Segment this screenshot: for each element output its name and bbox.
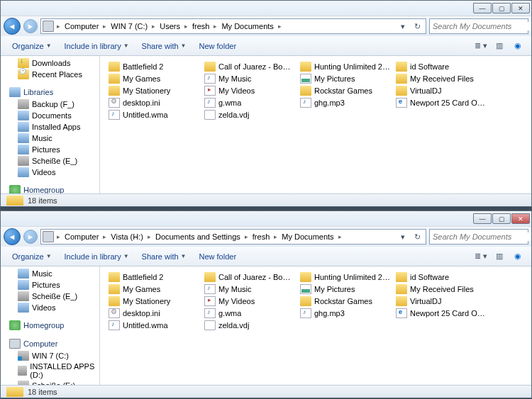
organize-menu[interactable]: Organize▼	[6, 250, 57, 263]
file-item[interactable]: ghg.mp3	[297, 96, 393, 108]
search-box[interactable]: 🔍	[429, 229, 528, 245]
forward-button[interactable]: ►	[23, 19, 38, 33]
back-button[interactable]: ◄	[4, 18, 21, 35]
file-item[interactable]: zelda.vdj	[201, 108, 297, 120]
sidebar-item[interactable]: Videos	[1, 302, 99, 313]
file-item[interactable]: desktop.ini	[106, 96, 201, 108]
search-box[interactable]: 🔍	[429, 18, 528, 34]
breadcrumb-segment[interactable]: Computer	[62, 230, 101, 244]
file-item[interactable]: id Software	[393, 60, 489, 72]
sidebar-item[interactable]: Installed Apps	[1, 121, 99, 133]
file-item[interactable]: My Stationery	[106, 295, 201, 307]
file-item[interactable]: My Games	[106, 72, 201, 84]
file-item[interactable]: My Videos	[201, 295, 297, 307]
file-item[interactable]: Rockstar Games	[297, 295, 393, 307]
file-item[interactable]: My Stationery	[106, 84, 201, 96]
breadcrumb-segment[interactable]: Computer	[62, 19, 101, 33]
sidebar-group-homegroup[interactable]: Homegroup	[1, 184, 99, 193]
navigation-pane[interactable]: MusicPicturesScheiße (E_)VideosHomegroup…	[1, 266, 100, 385]
file-item[interactable]: Newport 25 Card Order Form.htm	[393, 96, 489, 108]
file-item[interactable]: Newport 25 Card Order Form.htm	[393, 307, 489, 319]
file-item[interactable]: Untitled.wma	[106, 319, 201, 331]
file-item[interactable]: Call of Juarez - Bound in Blood	[201, 60, 297, 72]
chevron-right-icon[interactable]: ▸	[272, 233, 279, 240]
file-item[interactable]: Hunting Unlimited 2010	[297, 271, 393, 283]
chevron-right-icon[interactable]: ▸	[55, 233, 62, 240]
sidebar-item[interactable]: Documents	[1, 110, 99, 121]
minimize-button[interactable]: —	[473, 213, 492, 224]
titlebar[interactable]: — ▢ ✕	[1, 211, 531, 227]
chevron-right-icon[interactable]: ▸	[55, 23, 62, 30]
file-item[interactable]: g.wma	[201, 96, 297, 108]
file-item[interactable]: Battlefield 2	[106, 60, 201, 72]
address-dropdown-icon[interactable]: ▾	[396, 232, 410, 242]
breadcrumb-segment[interactable]: Documents and Settings	[153, 230, 243, 244]
chevron-right-icon[interactable]: ▸	[212, 23, 218, 30]
chevron-right-icon[interactable]: ▸	[146, 233, 153, 240]
chevron-right-icon[interactable]: ▸	[101, 23, 108, 30]
file-item[interactable]: My Received Files	[393, 283, 489, 295]
refresh-button[interactable]: ↻	[410, 22, 424, 31]
file-item[interactable]: id Software	[393, 271, 489, 283]
sidebar-item[interactable]: Videos	[1, 167, 99, 178]
breadcrumb-segment[interactable]: fresh	[250, 230, 272, 244]
file-item[interactable]: My Music	[201, 72, 297, 84]
help-button[interactable]: ◉	[510, 249, 526, 264]
help-button[interactable]: ◉	[510, 39, 526, 53]
forward-button[interactable]: ►	[23, 230, 38, 244]
search-input[interactable]	[433, 232, 531, 241]
sidebar-group-computer[interactable]: Computer	[1, 337, 99, 350]
breadcrumb-segment[interactable]: My Documents	[218, 19, 276, 33]
refresh-button[interactable]: ↻	[410, 232, 424, 242]
file-item[interactable]: My Music	[201, 283, 297, 295]
chevron-right-icon[interactable]: ▸	[183, 23, 189, 30]
sidebar-item[interactable]: Backup (F_)	[1, 99, 99, 110]
file-item[interactable]: My Pictures	[297, 72, 393, 84]
breadcrumb-segment[interactable]: My Documents	[279, 230, 336, 244]
preview-pane-button[interactable]: ▥	[492, 249, 507, 264]
sidebar-group-homegroup[interactable]: Homegroup	[1, 319, 99, 332]
file-item[interactable]: Battlefield 2	[106, 271, 201, 283]
sidebar-item[interactable]: Scheiße (E_)	[1, 155, 99, 167]
back-button[interactable]: ◄	[4, 228, 21, 245]
sidebar-item[interactable]: Downloads	[1, 57, 99, 69]
sidebar-item[interactable]: Pictures	[1, 144, 99, 155]
breadcrumb-segment[interactable]: Users	[157, 19, 183, 33]
sidebar-item[interactable]: WIN 7 (C:)	[1, 350, 99, 361]
close-button[interactable]: ✕	[511, 3, 530, 13]
sidebar-item[interactable]: Scheiße (E_)	[1, 291, 99, 302]
file-list[interactable]: Battlefield 2My GamesMy Stationerydeskto…	[100, 56, 531, 193]
sidebar-item[interactable]: Scheiße (E:)	[1, 380, 99, 385]
search-input[interactable]	[433, 22, 531, 30]
share-menu[interactable]: Share with▼	[136, 250, 192, 263]
close-button[interactable]: ✕	[511, 213, 530, 224]
sidebar-group-libraries[interactable]: Libraries	[1, 86, 99, 99]
file-item[interactable]: g.wma	[201, 307, 297, 319]
file-item[interactable]: desktop.ini	[106, 307, 201, 319]
sidebar-item[interactable]: Music	[1, 133, 99, 144]
address-dropdown-icon[interactable]: ▾	[396, 22, 410, 31]
file-item[interactable]: My Pictures	[297, 283, 393, 295]
chevron-right-icon[interactable]: ▸	[277, 23, 283, 30]
maximize-button[interactable]: ▢	[492, 213, 511, 224]
minimize-button[interactable]: —	[473, 3, 492, 13]
file-item[interactable]: zelda.vdj	[201, 319, 297, 331]
sidebar-item[interactable]: Music	[1, 268, 99, 279]
preview-pane-button[interactable]: ▥	[492, 39, 507, 53]
new-folder-button[interactable]: New folder	[193, 250, 242, 263]
titlebar[interactable]: — ▢ ✕	[1, 1, 531, 16]
sidebar-item[interactable]: INSTALLED APPS (D:)	[1, 361, 99, 380]
chevron-right-icon[interactable]: ▸	[101, 233, 108, 240]
address-bar[interactable]: ▸ Computer ▸ WIN 7 (C:) ▸ Users ▸ fresh …	[40, 18, 426, 34]
sidebar-item[interactable]: Pictures	[1, 279, 99, 291]
file-item[interactable]: VirtualDJ	[393, 84, 489, 96]
chevron-right-icon[interactable]: ▸	[243, 233, 250, 240]
file-item[interactable]: Call of Juarez - Bound in Blood	[201, 271, 297, 283]
file-item[interactable]: Hunting Unlimited 2010	[297, 60, 393, 72]
file-list[interactable]: Battlefield 2My GamesMy Stationerydeskto…	[100, 266, 531, 385]
chevron-right-icon[interactable]: ▸	[337, 233, 343, 240]
file-item[interactable]: ghg.mp3	[297, 307, 393, 319]
file-item[interactable]: Untitled.wma	[106, 108, 201, 120]
sidebar-item[interactable]: Recent Places	[1, 69, 99, 80]
breadcrumb-segment[interactable]: WIN 7 (C:)	[108, 19, 150, 33]
